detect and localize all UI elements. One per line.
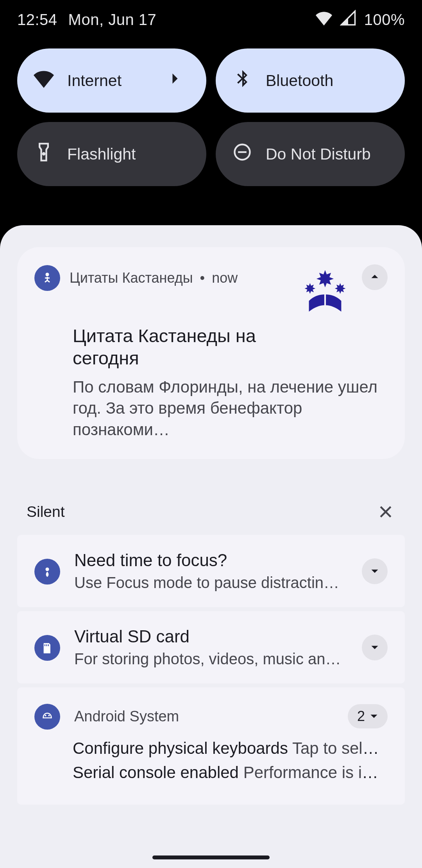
chevron-down-icon	[368, 641, 381, 654]
app-icon	[34, 265, 60, 291]
collapse-button[interactable]	[362, 264, 388, 290]
group-line-1: Configure physical keyboards Tap to sele…	[34, 739, 388, 758]
svg-point-3	[46, 273, 49, 276]
expand-button[interactable]	[362, 635, 388, 660]
chevron-right-icon	[165, 68, 185, 93]
chevron-down-icon	[368, 565, 381, 578]
wifi-icon	[316, 10, 332, 30]
android-icon	[34, 704, 60, 730]
notification-title: Virtual SD card	[74, 627, 348, 646]
app-name: Android System	[74, 708, 179, 725]
svg-point-4	[46, 567, 49, 571]
app-name: Цитаты Кастанеды	[70, 270, 193, 286]
notification-meta: Цитаты Кастанеды • now	[70, 270, 238, 286]
tile-label: Flashlight	[67, 145, 136, 163]
notification-title: Need time to focus?	[74, 551, 348, 570]
when: now	[212, 270, 238, 286]
wellbeing-icon	[34, 559, 60, 585]
clock: 12:54	[17, 11, 57, 29]
silent-section-header: Silent	[17, 502, 405, 535]
notification-title: Цитата Кастанеды на сегодня	[73, 325, 299, 369]
notification-castaneda[interactable]: Цитаты Кастанеды • now Цитата К	[17, 247, 405, 459]
dnd-icon	[232, 142, 252, 166]
notification-shade: Цитаты Кастанеды • now Цитата К	[0, 225, 422, 868]
tile-dnd[interactable]: Do Not Disturb	[216, 122, 405, 186]
svg-point-6	[48, 715, 50, 716]
svg-point-5	[45, 715, 46, 716]
chevron-down-icon	[367, 710, 381, 723]
notification-body: For storing photos, videos, music and …	[74, 650, 348, 668]
quick-settings: Internet Bluetooth Flashlight Do Not Dis…	[0, 39, 422, 203]
notification-group-android-system[interactable]: Android System 2 Configure physical keyb…	[17, 687, 405, 805]
status-bar: 12:54 Mon, Jun 17 100%	[0, 0, 422, 39]
tile-flashlight[interactable]: Flashlight	[17, 122, 206, 186]
notification-body: Use Focus mode to pause distracting …	[74, 574, 348, 592]
notification-sdcard[interactable]: Virtual SD card For storing photos, vide…	[17, 611, 405, 683]
notification-focus[interactable]: Need time to focus? Use Focus mode to pa…	[17, 535, 405, 607]
dot-separator: •	[200, 270, 205, 286]
sdcard-icon	[34, 635, 60, 661]
dismiss-silent-button[interactable]	[376, 502, 395, 522]
notification-large-icon	[298, 264, 352, 319]
expand-group-button[interactable]: 2	[348, 704, 388, 728]
chevron-up-icon	[368, 270, 381, 285]
cellular-icon	[340, 10, 356, 30]
bluetooth-icon	[232, 68, 252, 93]
home-indicator[interactable]	[152, 855, 270, 859]
tile-internet[interactable]: Internet	[17, 48, 206, 113]
date: Mon, Jun 17	[68, 11, 157, 29]
close-icon	[377, 503, 394, 520]
battery-pct: 100%	[364, 11, 405, 29]
notification-body: По словам Флоринды, на лечение ушел год.…	[73, 377, 388, 441]
svg-point-0	[43, 153, 45, 154]
group-line-2: Serial console enabled Performance is im…	[34, 763, 388, 782]
expand-button[interactable]	[362, 558, 388, 584]
silent-label: Silent	[27, 503, 65, 520]
tile-label: Internet	[67, 72, 122, 90]
tile-bluetooth[interactable]: Bluetooth	[216, 48, 405, 113]
wifi-icon	[34, 68, 54, 93]
group-count: 2	[357, 708, 365, 725]
flashlight-icon	[34, 142, 54, 166]
tile-label: Bluetooth	[266, 72, 333, 90]
tile-label: Do Not Disturb	[266, 145, 371, 163]
